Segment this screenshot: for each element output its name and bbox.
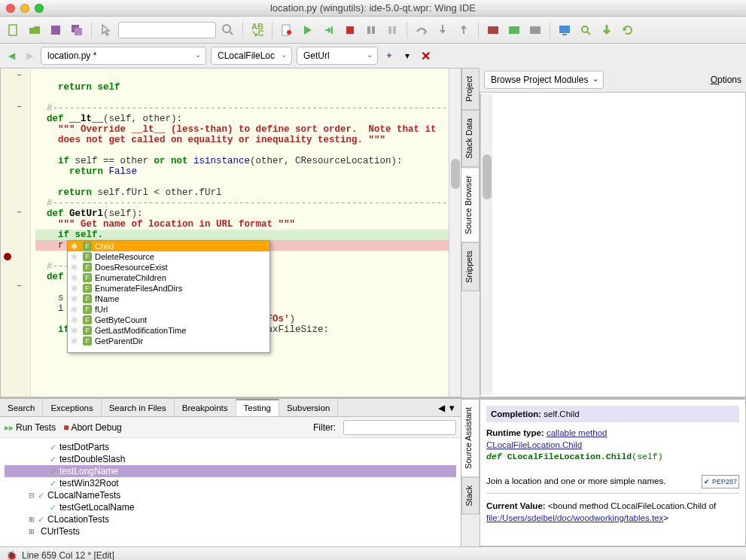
completion-value: self.Child [544,409,579,418]
stop-icon[interactable] [341,21,359,39]
current-value-link[interactable]: file:/Users/sdeibel/doc/woodworking/tabl… [486,513,663,522]
fold-icon[interactable]: − [16,103,23,111]
fold-icon[interactable]: − [16,208,23,216]
test-item[interactable]: ⊟✓CLocalNameTests [5,489,456,501]
refresh-icon[interactable] [619,21,637,39]
test-tree[interactable]: ✓testDotParts✓testDoubleSlash✓testLongNa… [0,438,461,546]
breakpoint1-icon[interactable] [484,21,502,39]
test-item[interactable]: ⊞✓CLocationTests [5,513,456,525]
step-in-icon[interactable] [320,21,338,39]
tab-subversion[interactable]: Subversion [279,399,339,416]
svg-rect-13 [393,26,396,34]
pin-icon[interactable]: ✦ [382,49,396,62]
pointer-icon[interactable] [97,21,115,39]
svg-rect-1 [51,26,60,35]
pause-icon[interactable] [362,21,380,39]
step-into-icon[interactable] [434,21,452,39]
autocomplete-item[interactable]: ✻FEnumerateFilesAndDirs [68,283,269,294]
runtime-link[interactable]: callable method [547,428,607,437]
test-item[interactable]: ✓testGetLocalName [5,501,456,513]
vtab-snippets[interactable]: Snippets [461,242,480,291]
vtab-stack[interactable]: Stack [461,477,480,515]
play-icon[interactable] [299,21,317,39]
source-browser-tree[interactable]: ⊞MGetContextClass(self, pos)⊞MGetDisplay… [480,92,746,397]
test-item[interactable]: ✓testWin32Root [5,477,456,489]
autocomplete-item[interactable]: ✻FGetLastModificationTime [68,325,269,336]
class-selector[interactable]: CLocalFileLoc [211,47,292,65]
vtab-source-assistant[interactable]: Source Assistant [461,399,480,477]
test-item[interactable]: ✓testLongName [5,465,456,477]
autocomplete-item[interactable]: ✻FDeleteResource [68,251,269,262]
tab-menu-icon[interactable]: ▼ [448,403,456,412]
autocomplete-item[interactable]: ✻FfUrl [68,304,269,315]
abort-debug-button[interactable]: ■Abort Debug [63,422,122,433]
fold-icon[interactable]: − [16,72,23,79]
doc-text: Join a location and one or more simple n… [486,476,665,485]
tab-search-in-files[interactable]: Search in Files [102,399,175,416]
search2-icon[interactable] [577,21,595,39]
autocomplete-item[interactable]: ✻FfName [68,294,269,304]
dropdown-icon[interactable]: ▾ [400,49,414,62]
minimize-window[interactable] [20,4,29,13]
save-icon[interactable] [47,21,65,39]
autocomplete-popup[interactable]: ✻FChild✻FDeleteResource✻FDoesResourceExi… [67,240,270,353]
test-item[interactable]: ✓testDoubleSlash [5,453,456,465]
side-vtabs: ProjectStack DataSource BrowserSnippets [461,68,480,397]
close-tab-icon[interactable]: ✕ [419,49,432,62]
autocomplete-item[interactable]: ✻FGetByteCount [68,315,269,325]
breakpoint-marker[interactable] [4,253,11,260]
tab-testing[interactable]: Testing [236,399,279,416]
bottom-tabs: SearchExceptionsSearch in FilesBreakpoin… [0,399,461,417]
close-window[interactable] [6,4,15,13]
tab-prev-icon[interactable]: ◀ [438,403,445,413]
method-selector[interactable]: GetUrl [297,47,378,65]
svg-rect-11 [372,26,375,34]
vtab-source-browser[interactable]: Source Browser [461,167,480,242]
browser-item[interactable]: ⊞MGetContextClass(self, pos) [480,395,745,397]
browser-scrollbar[interactable] [480,94,492,395]
debug-file-icon[interactable] [278,21,296,39]
fold-icon[interactable]: − [16,282,23,290]
source-assistant-panel: Completion: self.Child Runtime type: cal… [480,399,746,546]
tab-search[interactable]: Search [0,399,43,416]
goto-def-icon[interactable]: AB↘C [248,21,266,39]
test-item[interactable]: ⊞CUrlTests [5,525,456,537]
zoom-window[interactable] [35,4,44,13]
open-folder-icon[interactable] [26,21,44,39]
filter-input[interactable] [343,420,456,435]
runtime-type-label: Runtime type: [486,428,544,437]
download-icon[interactable] [598,21,616,39]
options-link[interactable]: Options [711,75,741,85]
back-icon[interactable]: ◀ [5,49,18,62]
step-out-icon[interactable] [455,21,473,39]
file-selector[interactable]: location.py * [41,47,206,65]
new-file-icon[interactable] [5,21,23,39]
run-tests-button[interactable]: ▸▸Run Tests [5,422,56,433]
autocomplete-item[interactable]: ✻FDoesResourceExist [68,262,269,272]
breakpoint2-icon[interactable] [505,21,523,39]
tab-breakpoints[interactable]: Breakpoints [175,399,236,416]
search-icon[interactable] [219,21,237,39]
monitor-icon[interactable] [556,21,574,39]
save-all-icon[interactable] [68,21,86,39]
step-over-icon[interactable] [413,21,431,39]
autocomplete-item[interactable]: ✻FEnumerateChildren [68,272,269,283]
code-editor[interactable]: − − − − return self #-------------------… [0,68,461,397]
vtab-project[interactable]: Project [461,68,480,110]
svg-line-5 [230,32,233,35]
breakpoint3-icon[interactable] [526,21,544,39]
vtab-stack-data[interactable]: Stack Data [461,110,480,167]
pause2-icon[interactable] [383,21,401,39]
tab-exceptions[interactable]: Exceptions [43,399,101,416]
autocomplete-item[interactable]: ✻FChild [68,241,269,251]
main-toolbar: AB↘C [0,17,746,44]
svg-rect-9 [346,26,354,34]
autocomplete-item[interactable]: ✻FGetParentDir [68,336,269,346]
search-input[interactable] [118,22,216,38]
fwd-icon[interactable]: ▶ [23,49,36,62]
test-item[interactable]: ✓testDotParts [5,441,456,453]
editor-scrollbar[interactable] [449,68,461,397]
runtime-link2[interactable]: CLocalFileLocation.Child [486,440,582,449]
svg-rect-20 [562,34,567,35]
browse-mode-selector[interactable]: Browse Project Modules [484,71,604,89]
